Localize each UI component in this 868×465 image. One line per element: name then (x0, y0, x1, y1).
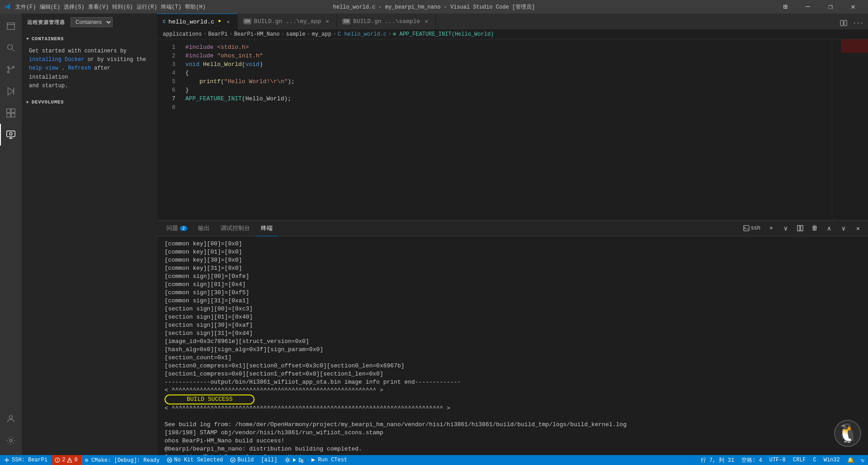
panel-tab-output[interactable]: 输出 (193, 221, 215, 236)
split-terminal-button[interactable] (794, 222, 807, 235)
svg-rect-19 (797, 225, 800, 231)
breadcrumb-sep5: › (333, 32, 336, 37)
devvolumes-section: DEVVOLUMES (22, 98, 157, 107)
activity-extensions[interactable] (0, 102, 22, 124)
breadcrumb-symbol[interactable]: ⊕ APP_FEATURE_INIT(Hello_World) (393, 31, 494, 38)
breadcrumb-my-app[interactable]: my_app (312, 31, 331, 38)
panel-tab-problems[interactable]: 问题 2 (161, 221, 193, 236)
status-errors[interactable]: 2 0 (51, 455, 81, 465)
status-notification[interactable]: 🔔 (844, 455, 858, 465)
gn-file-icon1: GN (243, 19, 251, 24)
minimap (832, 39, 868, 220)
status-all[interactable]: [all] (257, 455, 281, 465)
term-line-2: [common key][01]=[0x0] (165, 249, 242, 255)
status-nokit[interactable]: No Kit Selected (163, 455, 226, 465)
status-line-ending[interactable]: CRLF (789, 455, 810, 465)
tab-hello-world-label: hello_world.c (169, 19, 214, 25)
code-content[interactable]: #include <stdio.h> #include "ohos_init.h… (180, 39, 832, 220)
panel-chevron-down-button2[interactable]: ∨ (837, 222, 850, 235)
code-editor[interactable]: 1 2 3 4 5 6 7 8 #include <stdio.h> #incl… (157, 39, 868, 220)
menu-select[interactable]: 选择(S) (64, 3, 85, 11)
svg-marker-34 (311, 458, 315, 462)
activity-search[interactable] (0, 37, 22, 59)
panel-tab-terminal[interactable]: 终端 (255, 221, 278, 236)
panel-tab-debug[interactable]: 调试控制台 (215, 221, 255, 236)
term-line-1: [common key][00]=[0x0] (165, 240, 242, 247)
settings-action-icon[interactable] (284, 457, 291, 463)
breadcrumb-bearpi-hm-nano[interactable]: BearPi-HM_Nano (234, 31, 280, 38)
more-tabs-button[interactable]: ··· (852, 17, 864, 29)
grid-button[interactable]: ⊞ (775, 0, 796, 14)
status-build[interactable]: Build (226, 455, 257, 465)
menu-view[interactable]: 查看(V) (88, 3, 109, 11)
breadcrumb-bearpi[interactable]: BearPi (208, 31, 227, 38)
status-run-ctest[interactable]: Run CTest (307, 455, 351, 465)
help-view-link[interactable]: help view (29, 65, 58, 71)
maximize-button[interactable]: ❐ (820, 0, 841, 14)
status-platform[interactable]: Win32 (820, 455, 844, 465)
status-bar: SSH: BearPi 2 0 ⚙ CMake: [Debug]: Ready … (0, 455, 868, 465)
tab-hello-world[interactable]: C hello_world.c • ✕ (157, 14, 238, 29)
panel-close-button[interactable]: ✕ (852, 222, 864, 235)
svg-rect-10 (7, 131, 15, 137)
terminal-content[interactable]: [common key][00]=[0x0] [common key][01]=… (157, 236, 868, 455)
menu-help[interactable]: 帮助(H) (185, 3, 206, 11)
floating-icon[interactable]: 🐧 (834, 418, 861, 449)
svg-point-13 (9, 439, 12, 442)
nokit-label: No Kit Selected (174, 457, 223, 463)
status-encoding[interactable]: UTF-8 (766, 455, 789, 465)
sidebar: 远程资源管理器 Containers CONTAINERS Get starte… (22, 14, 157, 455)
menu-terminal[interactable]: 终端(T) (161, 3, 182, 11)
status-remote[interactable]: SSH: BearPi (0, 455, 51, 465)
add-terminal-button[interactable]: + (765, 222, 778, 235)
svg-rect-20 (801, 225, 803, 231)
tab-build-sample[interactable]: GN BUILD.gn ...\sample ✕ (337, 14, 436, 29)
close-button[interactable]: ✕ (843, 0, 863, 14)
menu-run[interactable]: 运行(R) (137, 3, 157, 11)
sidebar-dropdown[interactable]: Containers (71, 17, 113, 27)
tab-build-my-app[interactable]: GN BUILD.gn ...\my_app ✕ (238, 14, 337, 29)
breadcrumb-file[interactable]: C hello_world.c (338, 31, 387, 38)
split-editor-button[interactable] (837, 17, 850, 29)
activity-remote-explorer[interactable] (0, 124, 22, 146)
term-line-25: @bearpi/bearpi_hm_nano: distribution bui… (165, 446, 362, 452)
minimize-button[interactable]: — (797, 0, 818, 14)
breadcrumb-sample[interactable]: sample (286, 31, 306, 38)
chevron-down-button[interactable]: ∨ (779, 222, 792, 235)
activity-explorer[interactable] (0, 15, 22, 37)
status-cmake[interactable]: ⚙ CMake: [Debug]: Ready (81, 455, 164, 465)
warning-count: 0 (74, 457, 77, 463)
status-sync[interactable]: ↻ (858, 455, 868, 465)
status-spaces[interactable]: 空格: 4 (738, 455, 766, 465)
panel-chevron-up-button[interactable]: ∧ (823, 222, 835, 235)
refresh-link[interactable]: Refresh (68, 65, 90, 71)
delete-terminal-button[interactable]: 🗑 (808, 222, 821, 235)
status-language[interactable]: C (810, 455, 820, 465)
menu-goto[interactable]: 转到(G) (112, 3, 133, 11)
containers-content: Get started with containers by installin… (22, 43, 157, 94)
activity-settings[interactable] (0, 430, 22, 451)
panel-tabs: 问题 2 输出 调试控制台 终端 ssh (157, 221, 868, 236)
status-line-col[interactable]: 行 7, 列 31 (697, 455, 738, 465)
floating-avatar[interactable]: 🐧 (834, 420, 861, 447)
menu-file[interactable]: 文件(F) (15, 3, 36, 11)
containers-section-header[interactable]: CONTAINERS (22, 34, 157, 43)
debug-action-icon[interactable] (298, 457, 303, 463)
activity-accounts[interactable] (0, 408, 22, 430)
panel-actions: ssh + ∨ 🗑 ∧ ∨ ✕ (741, 222, 864, 235)
menu-edit[interactable]: 编辑(E) (40, 3, 61, 11)
breadcrumb-applications[interactable]: applications (163, 31, 202, 38)
tab-hello-world-close[interactable]: ✕ (225, 18, 232, 25)
tab-build-my-app-close[interactable]: ✕ (324, 18, 331, 25)
build-success-text: BUILD SUCCESS (165, 395, 255, 404)
play-action-icon[interactable] (292, 457, 297, 463)
activity-run[interactable] (0, 80, 22, 102)
warning-icon (67, 457, 72, 463)
install-docker-link[interactable]: installing Docker (29, 56, 84, 63)
svg-marker-4 (8, 88, 14, 95)
tab-build-sample-close[interactable]: ✕ (423, 18, 430, 25)
svg-marker-15 (27, 101, 28, 103)
devvolumes-section-header[interactable]: DEVVOLUMES (22, 98, 157, 107)
activity-source-control[interactable] (0, 59, 22, 80)
chevron-down-icon (25, 37, 30, 41)
